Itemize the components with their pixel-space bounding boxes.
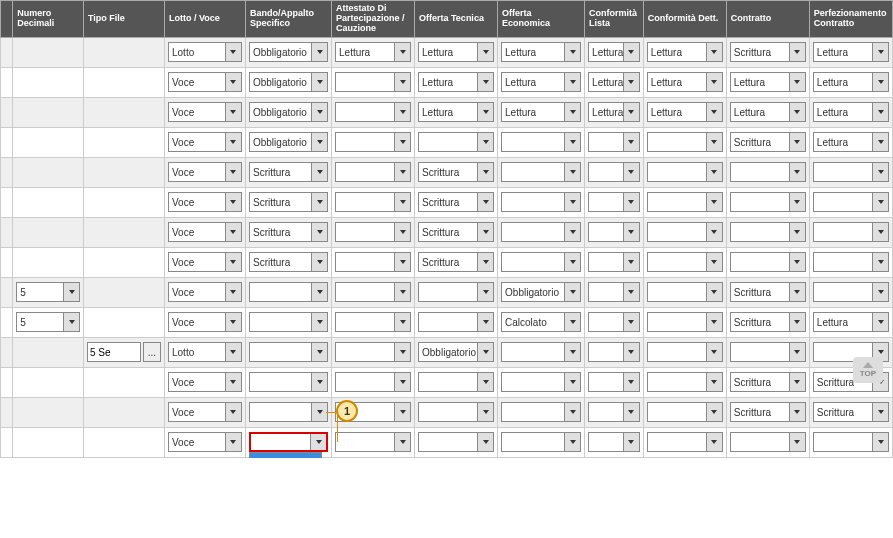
- select-field[interactable]: Scrittura: [249, 192, 328, 212]
- select-field[interactable]: [418, 402, 494, 422]
- select-field[interactable]: Lettura: [588, 102, 640, 122]
- select-field[interactable]: [335, 432, 411, 452]
- select-field[interactable]: [588, 252, 640, 272]
- select-field[interactable]: [730, 192, 806, 212]
- select-field[interactable]: [813, 282, 889, 302]
- select-field[interactable]: Voce: [168, 402, 242, 422]
- select-field[interactable]: Voce: [168, 252, 242, 272]
- select-field[interactable]: [335, 192, 411, 212]
- select-field[interactable]: Scrittura: [418, 162, 494, 182]
- select-field[interactable]: Voce: [168, 372, 242, 392]
- select-field[interactable]: [647, 132, 723, 152]
- select-field[interactable]: Lettura: [813, 132, 889, 152]
- select-field[interactable]: Lettura: [588, 72, 640, 92]
- select-field[interactable]: [588, 432, 640, 452]
- select-field[interactable]: Lettura: [418, 72, 494, 92]
- select-field[interactable]: Scrittura: [249, 222, 328, 242]
- select-dropdown[interactable]: LetturaScritturaObbligatorioCalcolato: [249, 452, 322, 458]
- select-field[interactable]: [418, 432, 494, 452]
- select-field[interactable]: [813, 192, 889, 212]
- select-field[interactable]: Lettura: [813, 102, 889, 122]
- select-field[interactable]: [335, 282, 411, 302]
- select-field[interactable]: [813, 222, 889, 242]
- select-field[interactable]: [730, 162, 806, 182]
- select-field[interactable]: Voce: [168, 222, 242, 242]
- select-field[interactable]: [501, 132, 581, 152]
- select-field[interactable]: Lettura: [418, 42, 494, 62]
- select-field[interactable]: Obbligatorio: [501, 282, 581, 302]
- select-field[interactable]: [249, 282, 328, 302]
- select-field[interactable]: Voce: [168, 192, 242, 212]
- select-field[interactable]: [501, 402, 581, 422]
- select-field[interactable]: [588, 222, 640, 242]
- select-field[interactable]: 5: [16, 282, 80, 302]
- select-field[interactable]: [335, 162, 411, 182]
- select-field[interactable]: [647, 222, 723, 242]
- select-field[interactable]: [647, 342, 723, 362]
- select-field[interactable]: Lettura: [501, 42, 581, 62]
- select-field[interactable]: [647, 312, 723, 332]
- select-field[interactable]: [813, 252, 889, 272]
- select-field[interactable]: Lettura: [647, 42, 723, 62]
- select-field[interactable]: Voce: [168, 72, 242, 92]
- select-field[interactable]: Scrittura: [730, 372, 806, 392]
- select-field[interactable]: Lettura: [501, 72, 581, 92]
- select-field[interactable]: Obbligatorio: [249, 72, 328, 92]
- select-field[interactable]: [588, 402, 640, 422]
- select-field[interactable]: [501, 342, 581, 362]
- select-field[interactable]: [730, 342, 806, 362]
- select-field[interactable]: Scrittura: [813, 402, 889, 422]
- select-field[interactable]: Lotto: [168, 42, 242, 62]
- select-field[interactable]: Lettura: [730, 102, 806, 122]
- select-field[interactable]: [647, 192, 723, 212]
- select-field[interactable]: [501, 162, 581, 182]
- select-field[interactable]: Voce: [168, 312, 242, 332]
- select-field[interactable]: [418, 312, 494, 332]
- select-field[interactable]: [647, 162, 723, 182]
- select-field[interactable]: [813, 162, 889, 182]
- select-field[interactable]: Obbligatorio: [249, 42, 328, 62]
- select-field[interactable]: [501, 192, 581, 212]
- select-field[interactable]: [730, 222, 806, 242]
- select-field[interactable]: [418, 282, 494, 302]
- select-field[interactable]: [588, 132, 640, 152]
- select-field[interactable]: Voce: [168, 162, 242, 182]
- select-field[interactable]: Lotto: [168, 342, 242, 362]
- select-field[interactable]: Voce: [168, 102, 242, 122]
- select-field[interactable]: [813, 432, 889, 452]
- select-field[interactable]: [730, 252, 806, 272]
- select-field[interactable]: Lettura: [647, 102, 723, 122]
- select-field[interactable]: [647, 282, 723, 302]
- select-field[interactable]: Scrittura: [418, 192, 494, 212]
- select-field[interactable]: [588, 282, 640, 302]
- select-field[interactable]: Scrittura: [730, 312, 806, 332]
- select-field[interactable]: [647, 402, 723, 422]
- select-field[interactable]: Obbligatorio: [249, 132, 328, 152]
- select-option[interactable]: [250, 453, 321, 458]
- select-field[interactable]: Lettura: [335, 42, 411, 62]
- select-field[interactable]: Voce: [168, 432, 242, 452]
- select-field[interactable]: [647, 432, 723, 452]
- select-field[interactable]: [501, 252, 581, 272]
- select-field[interactable]: [335, 102, 411, 122]
- select-field[interactable]: [335, 342, 411, 362]
- select-field[interactable]: [730, 432, 806, 452]
- select-field[interactable]: [588, 342, 640, 362]
- select-field[interactable]: [335, 132, 411, 152]
- select-field[interactable]: [588, 372, 640, 392]
- select-field[interactable]: [501, 432, 581, 452]
- select-field[interactable]: [647, 252, 723, 272]
- select-field[interactable]: [418, 132, 494, 152]
- scroll-top-button[interactable]: TOP: [853, 357, 883, 383]
- tipo-file-input[interactable]: [87, 342, 141, 362]
- select-field[interactable]: Scrittura: [418, 222, 494, 242]
- select-field[interactable]: [249, 312, 328, 332]
- select-field[interactable]: Scrittura: [249, 252, 328, 272]
- select-field[interactable]: Voce: [168, 132, 242, 152]
- select-field[interactable]: Lettura: [418, 102, 494, 122]
- select-field[interactable]: Scrittura: [730, 282, 806, 302]
- select-field[interactable]: Scrittura: [418, 252, 494, 272]
- select-field[interactable]: [335, 222, 411, 242]
- select-field[interactable]: Scrittura: [249, 162, 328, 182]
- select-field[interactable]: Lettura: [588, 42, 640, 62]
